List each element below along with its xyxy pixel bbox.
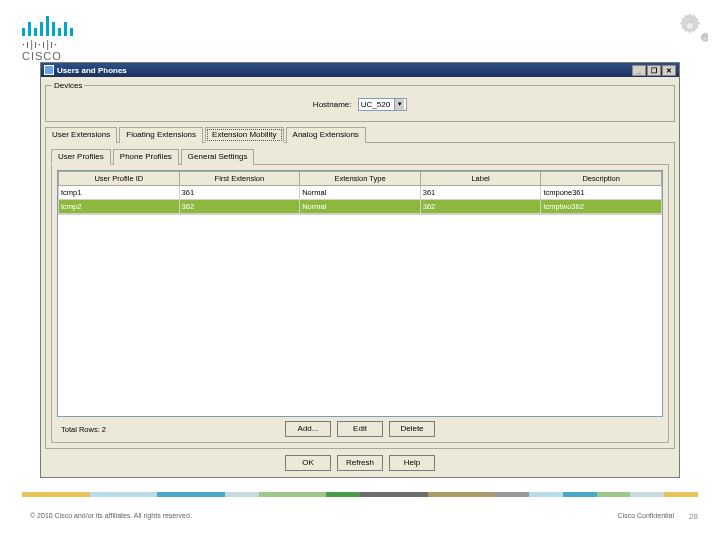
hostname-value: UC_520 [361,100,390,109]
tab-general-settings[interactable]: General Settings [181,149,255,165]
tab-floating-extensions[interactable]: Floating Extensions [119,127,203,143]
tab-user-extensions[interactable]: User Extensions [45,127,117,143]
outer-tab-panel: User Profiles Phone Profiles General Set… [45,142,675,449]
table-row[interactable]: tcmp1 361 Normal 361 tcmpone361 [59,186,662,200]
table-button-row: Total Rows: 2 Add... Edit Delete [57,421,663,437]
tab-extension-mobility[interactable]: Extension Mobility [205,127,283,143]
chevron-down-icon: ▼ [394,99,404,110]
table-header-row: User Profile ID First Extension Extensio… [59,172,662,186]
inner-tab-panel: User Profile ID First Extension Extensio… [51,164,669,443]
window-title: Users and Phones [57,66,127,75]
gear-icon [672,8,708,44]
titlebar: Users and Phones _ ❐ ✕ [41,63,679,77]
close-button[interactable]: ✕ [662,65,676,76]
users-and-phones-window: Users and Phones _ ❐ ✕ Devices Hostname:… [40,62,680,478]
col-description[interactable]: Description [541,172,662,186]
svg-point-1 [704,37,708,41]
minimize-button[interactable]: _ [632,65,646,76]
footer-color-bar [22,492,698,497]
refresh-button[interactable]: Refresh [337,455,383,471]
devices-legend: Devices [52,81,84,90]
table-empty-area [58,214,662,416]
devices-fieldset: Devices Hostname: UC_520 ▼ [45,81,675,122]
cisco-logo: ·ı|ı·ı|ı· CISCO [22,12,73,62]
profiles-table: User Profile ID First Extension Extensio… [58,171,662,214]
table-row[interactable]: tcmp2 362 Normal 362 tcmptwo362 [59,200,662,214]
edit-button[interactable]: Edit [337,421,383,437]
window-button-row: OK Refresh Help [45,455,675,471]
tab-phone-profiles[interactable]: Phone Profiles [113,149,179,165]
tab-user-profiles[interactable]: User Profiles [51,149,111,165]
ok-button[interactable]: OK [285,455,331,471]
footer-confidential: Cisco Confidential [618,512,674,519]
tab-analog-extensions[interactable]: Analog Extensions [286,127,366,143]
total-rows-label: Total Rows: 2 [61,425,106,434]
inner-tabs: User Profiles Phone Profiles General Set… [51,148,669,164]
footer-copyright: © 2010 Cisco and/or its affiliates. All … [30,512,192,519]
col-user-profile-id[interactable]: User Profile ID [59,172,180,186]
svg-point-0 [686,22,693,29]
help-button[interactable]: Help [389,455,435,471]
col-extension-type[interactable]: Extension Type [300,172,421,186]
slide-number: 28 [689,512,698,521]
delete-button[interactable]: Delete [389,421,435,437]
cisco-logo-text: ·ı|ı·ı|ı· CISCO [22,38,73,62]
hostname-label: Hostname: [313,100,352,109]
outer-tabs: User Extensions Floating Extensions Exte… [45,126,675,142]
maximize-button[interactable]: ❐ [647,65,661,76]
window-controls: _ ❐ ✕ [632,65,676,76]
col-label[interactable]: Label [420,172,541,186]
col-first-extension[interactable]: First Extension [179,172,300,186]
hostname-select[interactable]: UC_520 ▼ [358,98,407,111]
profiles-table-container: User Profile ID First Extension Extensio… [57,170,663,417]
window-icon [44,65,54,75]
cisco-logo-bars [22,12,73,36]
add-button[interactable]: Add... [285,421,331,437]
